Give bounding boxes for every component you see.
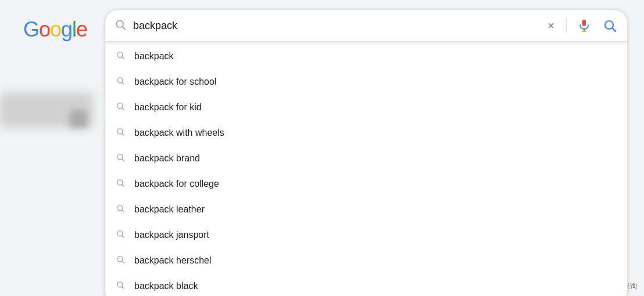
svg-line-20 <box>122 210 124 212</box>
suggestion-text-0: backpack <box>134 51 174 62</box>
suggestion-item-6[interactable]: backpack leather <box>105 197 627 222</box>
logo-g2: g <box>61 17 72 41</box>
suggestion-search-icon-6 <box>115 204 126 215</box>
suggestion-search-icon-7 <box>115 229 126 241</box>
suggestion-text-4: backpack brand <box>134 153 200 164</box>
suggestion-text-1: backpack for school <box>134 77 216 87</box>
search-actions: × <box>545 17 618 34</box>
suggestion-item-4[interactable]: backpack brand <box>105 146 627 171</box>
suggestion-item-2[interactable]: backpack for kid <box>105 95 627 120</box>
vertical-divider <box>566 17 567 34</box>
svg-rect-2 <box>582 20 586 26</box>
svg-line-16 <box>122 159 124 161</box>
suggestions-dropdown: backpack backpack for school backpack fo… <box>105 41 628 296</box>
suggestion-text-7: backpack jansport <box>134 230 209 240</box>
suggestion-text-2: backpack for kid <box>134 102 202 113</box>
svg-line-8 <box>122 57 124 59</box>
suggestion-item-7[interactable]: backpack jansport <box>105 222 627 248</box>
suggestion-search-icon-3 <box>115 127 126 139</box>
svg-line-12 <box>122 108 124 110</box>
svg-line-26 <box>122 287 124 288</box>
suggestion-search-icon-9 <box>115 280 126 292</box>
suggestion-item-1[interactable]: backpack for school <box>105 69 627 95</box>
suggestion-item-0[interactable]: backpack <box>105 44 627 69</box>
clear-button[interactable]: × <box>545 17 557 34</box>
suggestion-search-icon-2 <box>115 102 126 113</box>
search-submit-icon[interactable] <box>602 17 618 34</box>
suggestion-text-5: backpack for college <box>134 179 219 189</box>
suggestion-text-8: backpack herschel <box>134 255 212 266</box>
search-input[interactable] <box>133 20 545 32</box>
suggestion-item-8[interactable]: backpack herschel <box>105 248 627 273</box>
svg-line-6 <box>613 28 616 32</box>
svg-line-10 <box>122 82 124 84</box>
suggestion-search-icon-5 <box>115 178 126 190</box>
search-box: × <box>105 9 628 42</box>
svg-line-22 <box>122 236 124 237</box>
svg-line-18 <box>122 185 124 186</box>
suggestion-search-icon-1 <box>115 76 126 88</box>
suggestion-text-3: backpack with wheels <box>134 128 224 138</box>
suggestion-item-5[interactable]: backpack for college <box>105 171 627 197</box>
suggestion-text-9: backpack black <box>134 281 198 291</box>
logo-o1: o <box>39 17 50 41</box>
suggestion-text-6: backpack leather <box>134 204 205 215</box>
suggestion-item-9[interactable]: backpack black <box>105 273 627 296</box>
search-container: × <box>105 9 628 42</box>
svg-line-1 <box>123 26 126 29</box>
search-icon-left <box>115 19 126 33</box>
svg-line-14 <box>122 133 124 135</box>
logo-g: G <box>23 17 39 41</box>
microphone-icon[interactable] <box>576 17 592 34</box>
logo-o2: o <box>50 17 61 41</box>
suggestion-search-icon-0 <box>115 50 126 62</box>
logo-e: e <box>76 17 87 41</box>
sidebar-blur-small <box>70 110 87 128</box>
suggestion-search-icon-8 <box>115 255 126 266</box>
google-logo: Google <box>23 17 87 42</box>
svg-line-24 <box>122 261 124 263</box>
suggestion-item-3[interactable]: backpack with wheels <box>105 120 627 146</box>
suggestion-search-icon-4 <box>115 153 126 164</box>
